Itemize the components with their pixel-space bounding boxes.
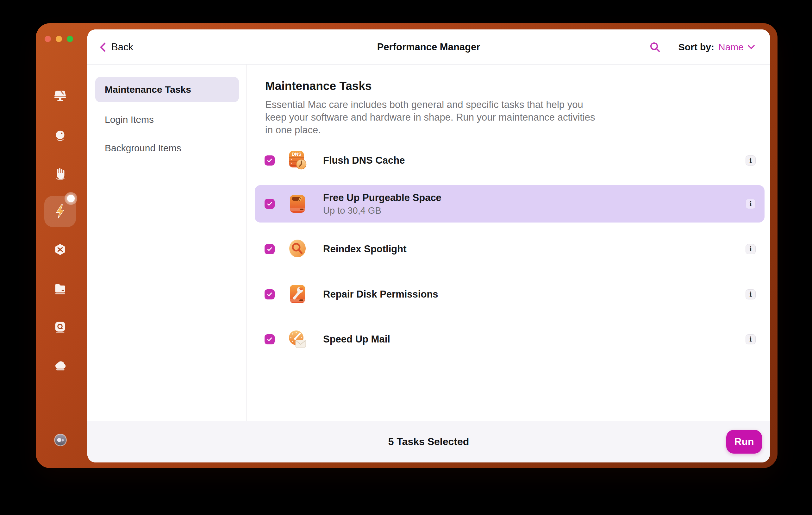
close-window-button[interactable] (45, 36, 51, 42)
performance-bolt-icon (52, 203, 68, 220)
task-row-repair-disk-permissions[interactable]: Repair Disk Permissions i (255, 276, 764, 313)
nav-item-maintenance-tasks[interactable]: Maintenance Tasks (95, 77, 239, 102)
task-row-speed-up-mail[interactable]: Speed Up Mail i (255, 321, 764, 358)
back-button[interactable]: Back (99, 29, 133, 64)
search-button[interactable] (649, 41, 661, 53)
care-orb-icon (53, 128, 67, 143)
checkmark-icon (266, 291, 273, 298)
task-label: Speed Up Mail (323, 334, 390, 345)
task-checkbox[interactable] (265, 199, 275, 209)
notification-badge-dot (67, 195, 75, 202)
task-label: Repair Disk Permissions (323, 289, 438, 300)
chevron-down-icon (748, 45, 755, 49)
checkmark-icon (266, 246, 273, 253)
task-label: Flush DNS Cache (323, 155, 405, 166)
app-window: Back Performance Manager Sort by: Name (36, 23, 778, 468)
tasks-selected-status: 5 Tasks Selected (388, 436, 469, 448)
spotlight-icon (287, 239, 308, 259)
task-checkbox[interactable] (265, 289, 275, 299)
dns-cache-icon: DNS (287, 150, 308, 171)
sidebar-item-files[interactable] (53, 281, 67, 296)
space-cloud-icon (53, 358, 67, 373)
task-checkbox[interactable] (265, 334, 275, 344)
checkmark-icon (266, 336, 273, 343)
task-subtitle: Up to 30,4 GB (323, 205, 441, 216)
zoom-window-button[interactable] (67, 36, 73, 42)
sort-by-label: Sort by: (678, 42, 714, 53)
run-button[interactable]: Run (726, 430, 762, 454)
sidebar-item-monitor[interactable] (53, 89, 67, 103)
sort-by-value: Name (718, 42, 744, 53)
task-info-button[interactable]: i (746, 199, 756, 209)
mail-speed-icon (287, 329, 308, 349)
files-folder-icon (53, 281, 67, 296)
task-info-button[interactable]: i (746, 244, 756, 254)
protection-hand-icon (53, 167, 67, 181)
chevron-left-icon (99, 42, 107, 52)
content-sheet: Back Performance Manager Sort by: Name (87, 29, 770, 462)
task-info-button[interactable]: i (746, 289, 756, 299)
toolbar-right: Sort by: Name (649, 29, 755, 64)
task-row-flush-dns-cache[interactable]: DNS Flush DNS Cache i (255, 142, 764, 179)
notification-badge (64, 192, 77, 205)
nav-item-login-items[interactable]: Login Items (105, 112, 154, 127)
sidebar-item-smart-care[interactable] (53, 128, 67, 143)
checkmark-icon (266, 157, 273, 164)
minimize-window-button[interactable] (56, 36, 62, 42)
purgeable-space-icon (287, 194, 308, 214)
nav-item-background-items[interactable]: Background Items (105, 140, 181, 156)
task-checkbox[interactable] (265, 155, 275, 166)
media-viewer-icon (53, 320, 67, 334)
task-label: Free Up Purgeable Space (323, 192, 441, 203)
sidebar-item-space-lens[interactable] (53, 358, 67, 373)
task-row-reindex-spotlight[interactable]: Reindex Spotlight i (255, 230, 764, 268)
section-description: Essential Mac care includes both general… (265, 98, 604, 137)
window-controls (45, 36, 73, 42)
checkmark-icon (266, 200, 273, 207)
panel-divider (246, 64, 247, 421)
sidebar-item-media[interactable] (53, 320, 67, 334)
task-checkbox[interactable] (265, 244, 275, 254)
task-label: Reindex Spotlight (323, 244, 407, 255)
toolbar: Back Performance Manager Sort by: Name (87, 29, 770, 64)
page-title: Performance Manager (377, 29, 481, 64)
monitor-icon (53, 89, 67, 103)
sidebar-item-applications[interactable] (53, 243, 67, 257)
disk-permissions-icon (287, 284, 308, 305)
task-info-button[interactable]: i (746, 334, 756, 344)
back-label: Back (111, 41, 133, 53)
sidebar-item-protection[interactable] (53, 167, 67, 181)
search-icon (649, 41, 661, 53)
footer-bar: 5 Tasks Selected Run (87, 421, 770, 462)
applications-icon (53, 243, 67, 257)
sort-by-control[interactable]: Sort by: Name (678, 42, 755, 53)
assistant-avatar-icon (53, 433, 68, 447)
sidebar-item-assistant[interactable] (53, 433, 68, 447)
task-info-button[interactable]: i (746, 155, 756, 166)
section-heading: Maintenance Tasks (265, 80, 372, 93)
task-row-free-up-purgeable-space[interactable]: Free Up Purgeable Space Up to 30,4 GB i (255, 185, 764, 223)
svg-text:DNS: DNS (292, 152, 301, 157)
